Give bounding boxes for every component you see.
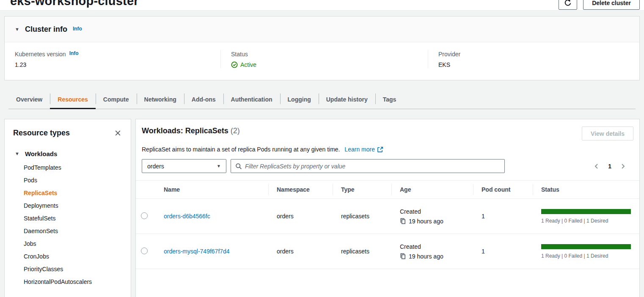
cluster-info-body: Kubernetes version Info 1.23 Status [5,42,639,80]
column-header-age[interactable]: Age [391,181,473,198]
age-value: 19 hours ago [409,218,443,225]
close-icon [114,129,121,137]
namespace-cell: orders [268,213,333,220]
namespace-filter-dropdown[interactable]: orders [142,159,226,173]
copy-icon[interactable] [400,218,406,224]
kubernetes-version-field: Kubernetes version Info 1.23 [5,50,220,68]
caret-down-icon [15,27,19,32]
provider-value: EKS [438,61,639,68]
provider-label: Provider [438,51,460,58]
sidebar-item-statefulsets[interactable]: StatefulSets [24,212,122,225]
sidebar-item-cronjobs[interactable]: CronJobs [24,250,122,263]
page-header: eks-workshop-cluster Delete cluster [0,0,644,11]
search-input[interactable] [245,163,500,170]
cluster-info-title: Cluster info [25,25,67,34]
status-field: Status Active [220,50,428,68]
workloads-items: PodTemplates Pods ReplicaSets Deployment… [13,161,122,288]
status-text: 1 Ready | 0 Failed | 1 Desired [541,253,631,259]
tab-overview[interactable]: Overview [8,90,50,109]
filter-search[interactable] [231,159,505,173]
kubernetes-version-label: Kubernetes version [15,51,66,58]
pagination: 1 [592,162,633,170]
refresh-button[interactable] [559,0,577,10]
result-count: (2) [231,126,240,135]
status-cell: 1 Ready | 0 Failed | 1 Desired [533,244,639,259]
eks-cluster-page: eks-workshop-cluster Delete cluster Clus… [0,0,644,297]
kubernetes-version-info-link[interactable]: Info [69,50,79,56]
table-row: orders-d6b4566fc orders replicasets Crea… [136,199,639,234]
row-radio-button[interactable] [141,248,148,254]
provider-field: Provider EKS [428,50,639,68]
view-details-button[interactable]: View details [582,126,633,140]
refresh-icon [564,0,572,7]
status-active-icon [231,61,238,68]
tab-logging[interactable]: Logging [280,90,319,109]
status-label: Status [231,51,248,58]
sidebar-group-workloads[interactable]: Workloads [13,150,122,157]
delete-cluster-button[interactable]: Delete cluster [583,0,640,10]
status-cell: 1 Ready | 0 Failed | 1 Desired [533,209,639,224]
panel-title: Workloads: ReplicaSets (2) [142,126,240,135]
sidebar-item-priorityclasses[interactable]: PriorityClasses [24,263,122,275]
age-cell: Created 19 hours ago [391,208,473,225]
copy-icon[interactable] [400,253,406,259]
learn-more-link[interactable]: Learn more [344,146,383,153]
external-link-icon [377,146,383,153]
tab-update-history[interactable]: Update history [319,90,375,109]
panel-description: ReplicaSet aims to maintain a set of rep… [142,146,340,153]
replicaset-name-link[interactable]: orders-mysql-749f67f7d4 [164,248,230,255]
resource-types-panel: Resource types Workloads PodTemplates Po… [4,119,131,297]
age-label: Created [400,243,473,250]
sidebar-item-podtemplates[interactable]: PodTemplates [24,161,122,174]
row-radio-button[interactable] [141,212,148,219]
status-bar [541,244,631,249]
cluster-tabs: Overview Resources Compute Networking Ad… [8,90,636,109]
replicasets-table: Name Namespace Type Age Pod count Status… [136,180,639,269]
column-header-type[interactable]: Type [333,181,391,198]
kubernetes-version-value: 1.23 [15,61,220,68]
column-header-namespace[interactable]: Namespace [268,181,333,198]
previous-page-button[interactable] [592,162,601,170]
close-panel-button[interactable] [113,129,122,138]
replicasets-panel: Workloads: ReplicaSets (2) View details … [135,119,640,297]
table-header-row: Name Namespace Type Age Pod count Status [136,180,639,199]
sidebar-item-jobs[interactable]: Jobs [24,237,122,250]
pod-count-cell: 1 [473,213,533,220]
sidebar-item-daemonsets[interactable]: DaemonSets [24,225,122,237]
sidebar-item-horizontalpodautoscalers[interactable]: HorizontalPodAutoscalers [24,275,122,288]
namespace-filter-value: orders [147,163,164,170]
sidebar-item-replicasets[interactable]: ReplicaSets [24,187,122,199]
status-bar [541,209,631,214]
tab-tags[interactable]: Tags [375,90,404,109]
namespace-cell: orders [268,248,333,255]
tab-compute[interactable]: Compute [96,90,137,109]
status-text: 1 Ready | 0 Failed | 1 Desired [541,218,631,224]
tab-resources[interactable]: Resources [50,90,96,109]
age-cell: Created 19 hours ago [391,243,473,260]
header-actions: Delete cluster [559,0,640,10]
workloads-group-label: Workloads [25,150,57,157]
column-header-status[interactable]: Status [533,181,639,198]
next-page-button[interactable] [619,162,627,170]
type-cell: replicasets [333,248,391,255]
tab-authentication[interactable]: Authentication [223,90,280,109]
sidebar-item-deployments[interactable]: Deployments [24,199,122,212]
tab-add-ons[interactable]: Add-ons [184,90,223,109]
resource-types-title: Resource types [13,129,70,138]
status-value: Active [240,61,256,68]
search-icon [235,163,242,170]
type-cell: replicasets [333,213,391,220]
page-title: eks-workshop-cluster [10,0,139,8]
dropdown-caret-icon [217,164,221,168]
tab-networking[interactable]: Networking [137,90,184,109]
cluster-info-info-link[interactable]: Info [73,26,82,32]
replicaset-name-link[interactable]: orders-d6b4566fc [164,213,210,220]
age-label: Created [400,208,473,215]
column-header-pod-count[interactable]: Pod count [473,181,533,198]
cluster-info-header[interactable]: Cluster info Info [5,16,639,42]
sidebar-item-pods[interactable]: Pods [24,174,122,187]
column-header-name[interactable]: Name [158,181,268,198]
cluster-info-card: Cluster info Info Kubernetes version Inf… [4,16,640,80]
caret-down-icon [15,151,19,156]
current-page-number[interactable]: 1 [608,163,611,170]
